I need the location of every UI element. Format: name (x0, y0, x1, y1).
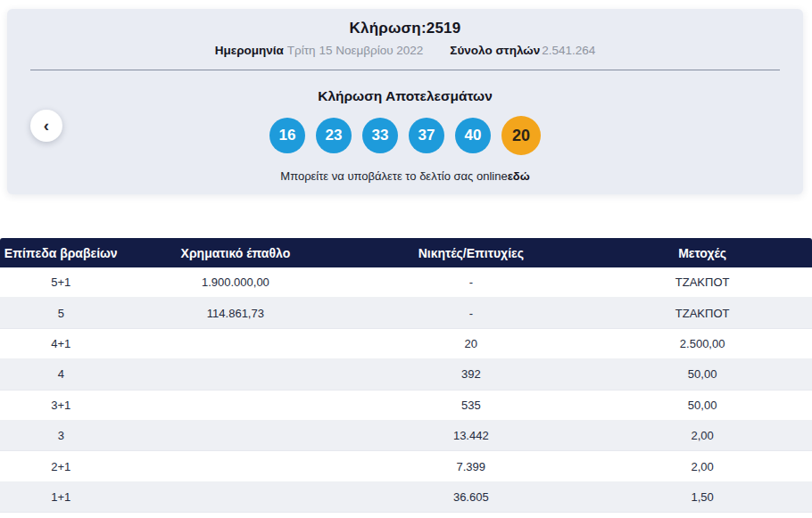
table-row: 3 13.442 2,00 (0, 421, 812, 451)
winners-cell: 535 (349, 399, 592, 412)
prize-table: Επίπεδα βραβείων Χρηματικό έπαθλο Νικητέ… (0, 238, 812, 513)
prize-level-cell: 4+1 (0, 337, 122, 350)
draw-date-value: Τρίτη 15 Νοεμβρίου 2022 (287, 44, 423, 57)
winning-numbers: 16 23 33 37 40 20 (7, 116, 803, 155)
prize-level-cell: 2+1 (0, 460, 122, 473)
submit-coupon-line: Μπορείτε να υποβάλετε το δελτίο σας onli… (7, 169, 803, 183)
table-row: 3+1 535 50,00 (0, 391, 812, 421)
draw-meta: Ημερομηνία Τρίτη 15 Νοεμβρίου 2022 Σύνολ… (7, 44, 803, 57)
table-row: 5+1 1.900.000,00 - ΤΖΑΚΠΟΤ (0, 267, 812, 298)
draw-results-card: Κλήρωση:2519 Ημερομηνία Τρίτη 15 Νοεμβρί… (7, 9, 803, 194)
shares-cell: 2.500,00 (592, 337, 812, 350)
column-header-prize-levels: Επίπεδα βραβείων (0, 246, 122, 260)
card-divider (30, 70, 780, 70)
table-row: 2+1 7.399 2,00 (0, 451, 812, 481)
table-row: 4 392 50,00 (0, 359, 812, 390)
winners-cell: - (349, 275, 592, 289)
draw-title: Κλήρωση:2519 (7, 9, 803, 37)
chevron-left-icon: ‹ (44, 117, 49, 134)
column-header-prize-amount: Χρηματικό έπαθλο (122, 246, 350, 260)
winners-cell: 13.442 (349, 429, 592, 442)
shares-cell: 1,50 (592, 490, 812, 504)
shares-cell: 2,00 (592, 460, 812, 473)
submit-coupon-link[interactable]: εδώ (508, 169, 530, 183)
shares-cell: 2,00 (592, 429, 812, 442)
prize-amount-cell: 1.900.000,00 (122, 275, 350, 289)
winners-cell: 7.399 (349, 460, 592, 473)
table-row: 4+1 20 2.500,00 (0, 329, 812, 359)
shares-cell: ΤΖΑΚΠΟΤ (592, 275, 812, 289)
shares-cell: 50,00 (592, 399, 812, 412)
prize-table-header: Επίπεδα βραβείων Χρηματικό έπαθλο Νικητέ… (0, 238, 812, 267)
number-ball: 40 (455, 118, 491, 153)
column-header-shares: Μετοχές (592, 246, 812, 260)
bonus-number-ball: 20 (501, 116, 541, 155)
total-columns: Σύνολο στηλών 2.541.264 (450, 44, 595, 57)
column-header-winners: Νικητές/Επιτυχίες (349, 246, 592, 260)
winners-cell: - (349, 307, 592, 320)
shares-cell: 50,00 (592, 367, 812, 381)
draw-date-label: Ημερομηνία (215, 44, 284, 57)
total-columns-label: Σύνολο στηλών (450, 44, 540, 57)
prize-level-cell: 3 (0, 429, 122, 442)
results-title: Κλήρωση Αποτελεσμάτων (7, 88, 803, 104)
table-row: 5 114.861,73 - ΤΖΑΚΠΟΤ (0, 298, 812, 328)
winners-cell: 20 (349, 337, 592, 350)
number-ball: 23 (316, 118, 352, 153)
winners-cell: 392 (349, 367, 592, 381)
table-row: 1+1 36.605 1,50 (0, 482, 812, 513)
winners-cell: 36.605 (349, 490, 592, 504)
prize-level-cell: 4 (0, 367, 122, 381)
prize-level-cell: 5+1 (0, 275, 122, 289)
draw-date: Ημερομηνία Τρίτη 15 Νοεμβρίου 2022 (215, 44, 424, 57)
prize-amount-cell: 114.861,73 (122, 307, 350, 320)
prize-level-cell: 5 (0, 307, 122, 320)
number-ball: 37 (409, 118, 444, 153)
prize-level-cell: 1+1 (0, 490, 122, 504)
number-ball: 33 (362, 118, 398, 153)
total-columns-value: 2.541.264 (542, 44, 595, 57)
number-ball: 16 (269, 118, 305, 153)
submit-coupon-text: Μπορείτε να υποβάλετε το δελτίο σας onli… (280, 169, 507, 183)
prize-level-cell: 3+1 (0, 399, 122, 412)
previous-draw-button[interactable]: ‹ (30, 110, 62, 142)
shares-cell: ΤΖΑΚΠΟΤ (592, 307, 812, 320)
